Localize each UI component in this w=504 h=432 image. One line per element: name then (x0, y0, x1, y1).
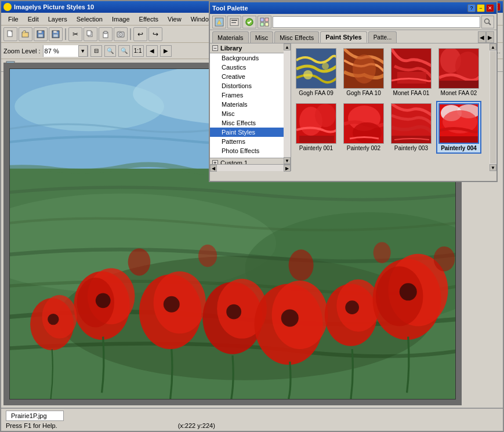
nav-next-button[interactable]: ▶ (160, 45, 172, 57)
grid-label-painterly001: Painterly 001 (299, 145, 333, 151)
svg-point-34 (154, 271, 206, 333)
grid-item-gogh09[interactable]: Gogh FAA 09 (293, 46, 339, 99)
menu-image[interactable]: Image (107, 14, 135, 24)
grid-scroll-up[interactable]: ▲ (490, 43, 496, 50)
palette-btn-2[interactable] (227, 16, 241, 28)
library-list: − Library Backgrounds Caustics Creative … (210, 43, 284, 164)
menu-selection[interactable]: Selection (72, 14, 107, 24)
library-item-materials[interactable]: Materials (210, 100, 284, 109)
library-item-patterns[interactable]: Patterns (210, 137, 284, 146)
grid-item-painterly001[interactable]: Painterly 001 (293, 101, 339, 154)
menu-file[interactable]: File (3, 14, 23, 24)
library-panel: − Library Backgrounds Caustics Creative … (210, 43, 291, 171)
library-item-misc[interactable]: Misc (210, 109, 284, 118)
palette-btn-1[interactable] (212, 16, 226, 28)
grid-panel: Gogh FAA 09 Gogh FAA 10 Mo (291, 43, 490, 171)
open-button[interactable] (19, 27, 32, 41)
tabs-scroll-left[interactable]: ◀ (478, 31, 486, 43)
new-button[interactable] (3, 27, 17, 41)
zoom-input[interactable] (43, 45, 78, 57)
library-item-photo-effects[interactable]: Photo Effects (210, 146, 284, 155)
zoom-in-button[interactable]: 🔍 (118, 45, 130, 57)
library-custom-header: + Custom 1 (210, 158, 284, 164)
palette-minimize-button[interactable]: − (477, 4, 485, 12)
grid-label-painterly004: Painterly 004 (441, 145, 477, 151)
custom-expand-icon[interactable]: + (212, 160, 218, 164)
tab-materials[interactable]: Materials (212, 31, 249, 43)
svg-rect-11 (87, 31, 91, 35)
main-window: Imagelys Picture Styles 10 − □ ✕ File Ed… (0, 0, 504, 432)
palette-help-button[interactable]: ? (467, 4, 476, 12)
library-hscroll-right[interactable]: ▶ (284, 165, 291, 172)
library-item-paint-styles[interactable]: Paint Styles (210, 128, 284, 137)
library-item-misc-effects[interactable]: Misc Effects (210, 118, 284, 128)
copy-button[interactable] (84, 27, 97, 41)
grid-label-monet01: Monet FAA 01 (393, 90, 430, 96)
palette-btn-3[interactable] (242, 16, 256, 28)
menu-layers[interactable]: Layers (43, 14, 72, 24)
svg-point-35 (164, 296, 180, 313)
grid-item-painterly004[interactable]: Painterly 004 (436, 101, 481, 154)
status-row-1: Prairie1P.jpg (6, 411, 215, 421)
redo-button[interactable]: ↪ (148, 27, 162, 41)
zoom-fit-button[interactable]: ⊟ (90, 45, 102, 57)
library-item-backgrounds[interactable]: Backgrounds (210, 53, 284, 63)
library-scroll-down[interactable]: ▼ (284, 157, 291, 164)
menu-edit[interactable]: Edit (23, 14, 43, 24)
menu-effects[interactable]: Effects (135, 14, 163, 24)
palette-search-button[interactable] (481, 16, 494, 28)
grid-item-monet02[interactable]: Monet FAA 02 (436, 46, 481, 99)
svg-point-50 (376, 266, 423, 326)
tab-paint-styles[interactable]: Paint Styles (320, 31, 367, 43)
thumb-painterly004 (438, 103, 479, 144)
tool-palette-window: Tool Palette ? − ✕ (209, 1, 498, 182)
svg-point-40 (272, 281, 328, 349)
cut-button[interactable]: ✂ (68, 27, 82, 41)
zoom-label: Zoom Level : (3, 48, 41, 55)
svg-point-54 (289, 249, 314, 281)
svg-point-44 (48, 314, 59, 325)
save-as-button[interactable]: + (49, 27, 63, 41)
grid-label-gogh09: Gogh FAA 09 (299, 90, 333, 96)
library-item-caustics[interactable]: Caustics (210, 63, 284, 72)
grid-scroll-down[interactable]: ▼ (490, 164, 496, 171)
menu-view[interactable]: View (163, 14, 186, 24)
library-item-frames[interactable]: Frames (210, 90, 284, 100)
tab-misc[interactable]: Misc (250, 31, 274, 43)
tab-misc-effects[interactable]: Misc Effects (274, 31, 319, 43)
svg-line-68 (489, 23, 491, 25)
undo-button[interactable]: ↩ (133, 27, 147, 41)
status-bar: Prairie1P.jpg Press F1 for Help. (x:222 … (1, 408, 503, 431)
tool-palette-buttons: ? − ✕ (467, 4, 494, 12)
grid-scroll-thumb[interactable] (490, 51, 496, 164)
paste-button[interactable] (99, 27, 113, 41)
palette-content: − Library Backgrounds Caustics Creative … (210, 43, 496, 171)
nav-prev-button[interactable]: ◀ (146, 45, 158, 57)
save-button[interactable] (34, 27, 48, 41)
grid-item-gogh10[interactable]: Gogh FAA 10 (341, 46, 386, 99)
thumb-gogh09 (296, 48, 336, 89)
library-scroll-up[interactable]: ▲ (284, 43, 291, 50)
palette-close-button[interactable]: ✕ (486, 4, 494, 12)
svg-rect-17 (119, 31, 121, 32)
library-item-creative[interactable]: Creative (210, 72, 284, 81)
palette-btn-4[interactable] (258, 16, 271, 28)
svg-rect-83 (299, 136, 334, 143)
grid-row-2: Painterly 001 Painterly 002 (293, 101, 487, 154)
library-hscroll-left[interactable]: ◀ (210, 165, 217, 172)
zoom-dropdown-button[interactable]: ▼ (78, 45, 88, 57)
palette-search-input[interactable] (273, 16, 480, 28)
svg-rect-65 (260, 23, 264, 26)
zoom-out-button[interactable]: 🔍 (104, 45, 116, 57)
tab-patterns[interactable]: Patte... (368, 31, 397, 43)
tabs-scroll-right[interactable]: ▶ (486, 31, 494, 43)
grid-item-painterly002[interactable]: Painterly 002 (341, 101, 386, 154)
library-expand-icon[interactable]: − (212, 45, 218, 51)
grid-item-monet01[interactable]: Monet FAA 01 (389, 46, 434, 99)
thumb-gogh10 (343, 48, 384, 89)
library-item-distortions[interactable]: Distortions (210, 81, 284, 90)
grid-item-painterly003[interactable]: Painterly 003 (389, 101, 434, 154)
zoom-100-button[interactable]: 1:1 (132, 45, 144, 57)
thumb-painterly002 (343, 103, 384, 144)
snapshot-button[interactable] (114, 27, 128, 41)
